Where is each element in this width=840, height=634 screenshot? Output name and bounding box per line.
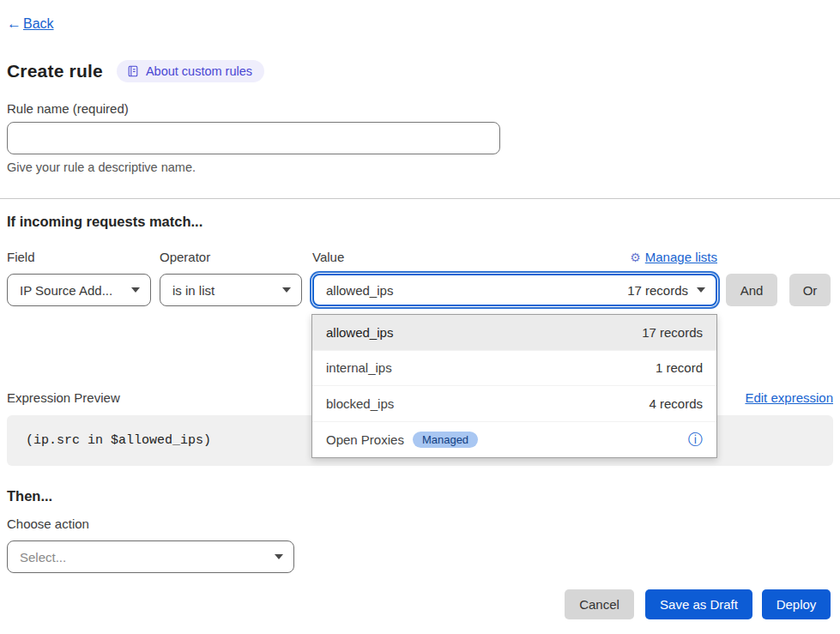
deploy-button[interactable]: Deploy [762, 589, 831, 619]
footer-actions: Cancel Save as Draft Deploy [7, 589, 833, 619]
book-icon [127, 65, 139, 77]
about-custom-rules-label: About custom rules [146, 64, 252, 78]
list-option-open-proxies[interactable]: Open Proxies Managed ⓘ [312, 422, 716, 458]
page-title: Create rule [7, 61, 103, 82]
back-link[interactable]: ←Back [7, 15, 54, 33]
title-row: Create rule About custom rules [7, 58, 833, 84]
list-option-name: allowed_ips [326, 325, 393, 340]
action-select-placeholder: Select... [20, 550, 266, 565]
operator-label: Operator [160, 250, 302, 264]
match-heading: If incoming requests match... [7, 214, 833, 231]
field-select-value: IP Source Add... [20, 283, 123, 298]
managed-badge: Managed [413, 432, 478, 448]
value-select-records: 17 records [627, 283, 688, 298]
value-select[interactable]: allowed_ips 17 records [312, 274, 717, 306]
field-select[interactable]: IP Source Add... [7, 274, 151, 306]
value-select-value: allowed_ips [326, 283, 617, 298]
field-label: Field [7, 250, 151, 264]
list-option-records: 1 record [656, 360, 703, 375]
list-option-allowed-ips[interactable]: allowed_ips 17 records [312, 315, 716, 351]
manage-lists-link[interactable]: ⚙ Manage lists [630, 250, 717, 264]
chevron-down-icon [131, 287, 140, 293]
value-label: Value [312, 250, 344, 264]
edit-expression-link[interactable]: Edit expression [745, 390, 833, 405]
and-button[interactable]: And [726, 274, 777, 306]
save-as-draft-button[interactable]: Save as Draft [645, 589, 752, 619]
back-link-label: Back [23, 16, 54, 32]
then-heading: Then... [7, 488, 833, 505]
operator-select-value: is in list [172, 283, 274, 298]
back-row: ←Back [7, 15, 833, 33]
list-option-records: 17 records [642, 325, 703, 340]
expression-preview-label: Expression Preview [7, 390, 120, 405]
manage-lists-label: Manage lists [645, 250, 717, 264]
expression-code: (ip.src in $allowed_ips) [26, 433, 211, 448]
chevron-down-icon [282, 287, 291, 293]
choose-action-label: Choose action [7, 516, 833, 532]
match-labels-row: Field Operator Value ⚙ Manage lists [7, 250, 833, 264]
action-select[interactable]: Select... [7, 540, 294, 573]
list-option-name: blocked_ips [326, 396, 394, 411]
list-option-name: Open Proxies [326, 432, 404, 447]
list-option-name: internal_ips [326, 360, 392, 375]
section-divider [0, 198, 840, 199]
create-rule-page: ←Back Create rule About custom rules Rul… [0, 15, 840, 634]
chevron-down-icon [697, 287, 705, 293]
cancel-button[interactable]: Cancel [565, 589, 634, 619]
rule-name-input[interactable] [7, 122, 500, 154]
list-dropdown: allowed_ips 17 records internal_ips 1 re… [311, 314, 717, 458]
list-option-records: 4 records [649, 396, 703, 411]
match-controls-row: IP Source Add... is in list allowed_ips … [7, 274, 833, 306]
back-arrow-icon: ← [7, 15, 21, 33]
rule-name-helper: Give your rule a descriptive name. [7, 160, 833, 174]
list-option-internal-ips[interactable]: internal_ips 1 record [312, 351, 716, 387]
value-select-wrap: allowed_ips 17 records allowed_ips 17 re… [312, 274, 717, 306]
rule-name-label: Rule name (required) [7, 101, 833, 117]
about-custom-rules-link[interactable]: About custom rules [117, 60, 264, 82]
gear-icon: ⚙ [630, 251, 641, 264]
list-option-blocked-ips[interactable]: blocked_ips 4 records [312, 386, 716, 422]
chevron-down-icon [275, 554, 283, 559]
info-icon[interactable]: ⓘ [688, 432, 703, 447]
or-button[interactable]: Or [789, 274, 831, 306]
operator-select[interactable]: is in list [160, 274, 302, 306]
